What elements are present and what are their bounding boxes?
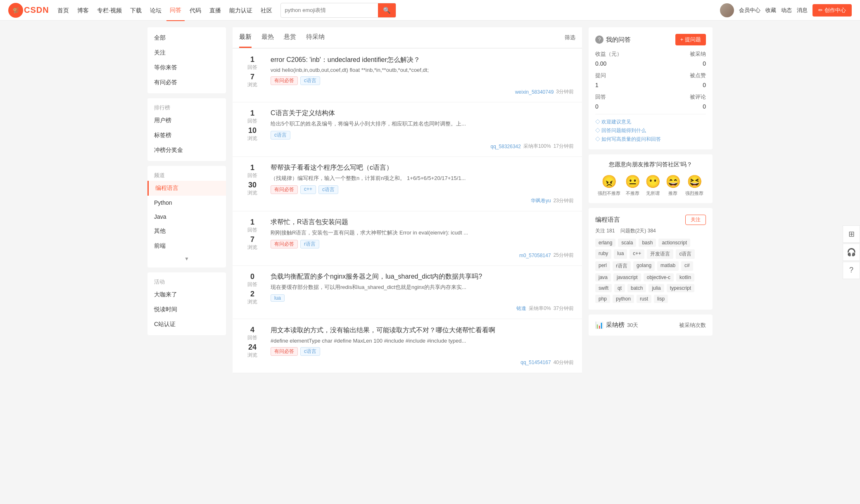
emoji-neutral[interactable]: 😶 无所谓 (645, 174, 660, 196)
tag-java[interactable]: java (595, 273, 611, 282)
search-button[interactable]: 🔍 (378, 3, 396, 17)
q-title[interactable]: 帮帮孩子看看这个程序怎么写吧（c语言） (271, 163, 574, 172)
filter-btn[interactable]: 筛选 (565, 28, 575, 47)
emoji-strong-yes[interactable]: 😆 强烈推荐 (685, 174, 703, 196)
tag-lua[interactable]: lua (614, 249, 627, 259)
emoji-yes[interactable]: 😄 推荐 (665, 174, 681, 196)
sidebar-item-cert[interactable]: C站认证 (147, 317, 226, 332)
sidebar-item-python[interactable]: Python (147, 196, 226, 210)
tag-actionscript[interactable]: actionscript (658, 239, 690, 247)
tag-swift[interactable]: swift (595, 284, 612, 292)
tag-clang[interactable]: c语言 (676, 249, 695, 259)
nav-code[interactable]: 代码 (186, 0, 204, 21)
tag-devlang[interactable]: 开发语言 (647, 249, 673, 259)
sidebar-prize-rank[interactable]: 冲榜分奖金 (147, 143, 226, 158)
tag-batch[interactable]: batch (627, 284, 646, 292)
tag-scala[interactable]: scala (618, 239, 636, 247)
tag-rust[interactable]: rust (637, 295, 651, 303)
tag-bash[interactable]: bash (639, 239, 656, 247)
q-title[interactable]: 求帮忙，R语言包安装问题 (271, 218, 574, 227)
nav-live[interactable]: 直播 (206, 0, 224, 21)
q-title[interactable]: error C2065: 'inb'：undeclared identifier… (271, 55, 574, 64)
nav-cert[interactable]: 能力认证 (226, 0, 256, 21)
q-tag-cpp[interactable]: c++ (300, 185, 316, 194)
nav-download[interactable]: 下载 (127, 0, 145, 21)
tab-latest[interactable]: 最新 (239, 27, 252, 48)
q-tag-rlang[interactable]: r语言 (300, 240, 319, 248)
tag-cpp[interactable]: c++ (630, 249, 644, 259)
tag-csharp[interactable]: c# (681, 261, 693, 271)
sidebar-item-other[interactable]: 其他 (147, 224, 226, 239)
tag-typescript[interactable]: typescript (667, 284, 694, 292)
q-tag-lua[interactable]: lua (271, 294, 285, 302)
channel-follow-btn[interactable]: 关注 (685, 215, 706, 225)
tab-pending[interactable]: 待采纳 (306, 27, 325, 48)
sidebar-user-rank[interactable]: 用户榜 (147, 113, 226, 128)
emoji-no[interactable]: 😐 不推荐 (625, 174, 640, 196)
nav-forum[interactable]: 论坛 (147, 0, 165, 21)
tag-lisp[interactable]: lisp (654, 295, 668, 303)
q-author[interactable]: m0_57058147 (519, 253, 551, 258)
tag-julia[interactable]: julia (649, 284, 664, 292)
sidebar-item-java[interactable]: Java (147, 210, 226, 224)
sidebar-item-proglang[interactable]: 编程语言 (147, 181, 226, 196)
q-title[interactable]: C语言关于定义结构体 (271, 109, 574, 118)
ask-btn[interactable]: + 提问题 (675, 34, 706, 45)
tag-ruby[interactable]: ruby (595, 249, 611, 259)
q-tag-clang[interactable]: c语言 (300, 76, 320, 85)
sidebar-item-frontend[interactable]: 前端 (147, 239, 226, 253)
tag-javascript[interactable]: javascript (613, 273, 641, 282)
emoji-strong-no[interactable]: 😠 强烈不推荐 (598, 174, 620, 196)
q-tag-required[interactable]: 有问必答 (271, 240, 298, 248)
nav-dynamic[interactable]: 动态 (781, 7, 792, 14)
tab-reward[interactable]: 悬赏 (284, 27, 296, 48)
tag-matlab[interactable]: matlab (657, 261, 679, 271)
nav-blog[interactable]: 博客 (74, 0, 92, 21)
avatar[interactable] (720, 3, 734, 17)
qa-link-2[interactable]: ◇ 回答问题能得到什么 (595, 127, 706, 134)
nav-collect[interactable]: 收藏 (765, 7, 776, 14)
create-btn[interactable]: ✏ 创作中心 (812, 4, 852, 17)
nav-vip[interactable]: 会员中心 (739, 7, 760, 14)
sidebar-item-all[interactable]: 全部 (147, 31, 226, 45)
tag-kotlin[interactable]: kotlin (676, 273, 694, 282)
sidebar-item-daka[interactable]: 大咖来了 (147, 287, 226, 302)
tag-rlang[interactable]: r语言 (613, 261, 631, 271)
sidebar-tag-rank[interactable]: 标签榜 (147, 128, 226, 143)
q-tag-clang[interactable]: c语言 (300, 347, 320, 356)
qa-link-1[interactable]: ◇ 欢迎建议意见 (595, 118, 706, 125)
sidebar-item-answer[interactable]: 等你来答 (147, 60, 226, 75)
tag-objective-c[interactable]: objective-c (644, 273, 674, 282)
q-tag[interactable]: c语言 (271, 131, 290, 140)
float-headset[interactable]: 🎧 (843, 244, 860, 261)
q-author[interactable]: 铭逢 (516, 305, 526, 312)
q-tag-required[interactable]: 有问必答 (271, 347, 298, 356)
tag-php[interactable]: php (595, 295, 610, 303)
tab-hot[interactable]: 最热 (261, 27, 274, 48)
tag-perl[interactable]: perl (595, 261, 610, 271)
qa-link-3[interactable]: ◇ 如何写高质量的提问和回答 (595, 136, 706, 143)
sidebar-item-read[interactable]: 悦读时间 (147, 302, 226, 317)
nav-community[interactable]: 社区 (257, 0, 276, 21)
tag-erlang[interactable]: erlang (595, 239, 615, 247)
logo[interactable]: 🐒 CSDN (8, 3, 49, 18)
nav-column[interactable]: 专栏·视频 (94, 0, 125, 21)
nav-msg[interactable]: 消息 (797, 7, 808, 14)
sidebar-expand-icon[interactable]: ▼ (147, 253, 226, 264)
tag-python[interactable]: python (613, 295, 634, 303)
sidebar-item-must[interactable]: 有问必答 (147, 75, 226, 90)
q-tag-required[interactable]: 有问必答 (271, 185, 298, 194)
q-author[interactable]: weixin_58340749 (515, 89, 554, 95)
tag-qt[interactable]: qt (614, 284, 625, 292)
search-input[interactable] (281, 5, 378, 16)
float-qr[interactable]: ⊞ (843, 225, 860, 243)
q-tag-required[interactable]: 有问必答 (271, 76, 298, 85)
nav-home[interactable]: 首页 (54, 0, 72, 21)
q-title[interactable]: 负载均衡配置的多个nginx服务器之间，lua_shared_dict内的数据共… (271, 272, 574, 281)
sidebar-item-follow[interactable]: 关注 (147, 45, 226, 60)
q-tag-clang[interactable]: c语言 (318, 185, 338, 194)
q-author[interactable]: qq_58326342 (491, 144, 521, 149)
nav-qa[interactable]: 问答 (166, 0, 185, 21)
q-title[interactable]: 用文本读取的方式，没有输出结果，可能读取方式不对？哪位大佬帮忙看看啊 (271, 326, 574, 335)
q-author[interactable]: qq_51454167 (520, 360, 551, 365)
